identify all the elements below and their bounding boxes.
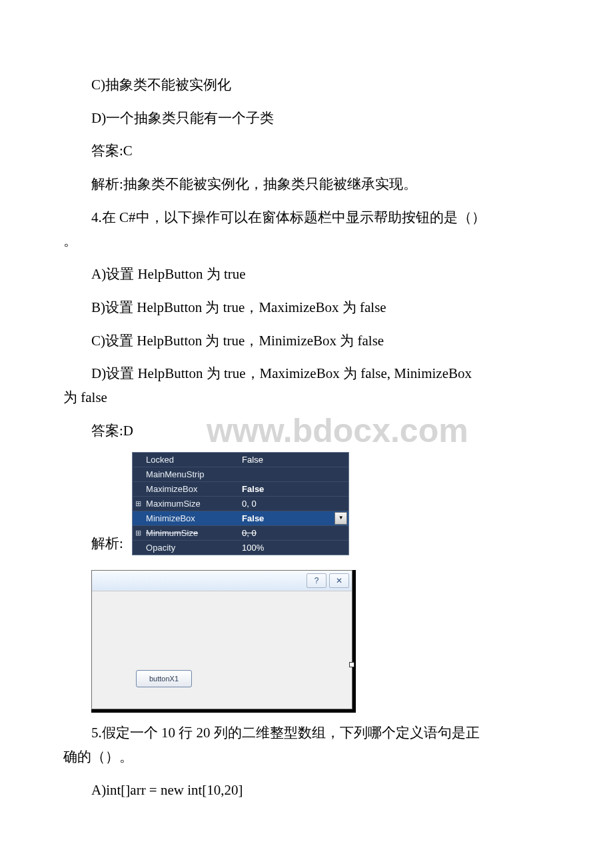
q5-option-a: A)int[]arr = new int[10,20] [63, 779, 550, 803]
option-d: D)一个抽象类只能有一个子类 [63, 107, 550, 131]
prop-row-opacity[interactable]: Opacity 100% [133, 541, 348, 555]
prop-value[interactable]: 100% [239, 541, 348, 555]
form-client-area[interactable]: buttonX1 [92, 591, 352, 709]
prop-value[interactable]: False [239, 482, 348, 497]
buttonx1[interactable]: buttonX1 [136, 670, 192, 687]
prop-name: Locked [143, 453, 239, 467]
close-button[interactable]: ✕ [329, 573, 349, 588]
watermark-text: www.bdocx.com [207, 403, 468, 459]
prop-name: MaximizeBox [143, 482, 239, 497]
answer-1: 答案:C [63, 139, 550, 163]
prop-value[interactable]: False [239, 511, 334, 526]
prop-value[interactable]: 0, 0 [239, 497, 348, 511]
prop-name: MinimumSize [143, 526, 239, 541]
form-preview[interactable]: ? ✕ buttonX1 [91, 570, 352, 709]
prop-row-minimumsize[interactable]: ⊞ MinimumSize 0, 0 [133, 526, 348, 541]
prop-row-maximizebox[interactable]: MaximizeBox False [133, 482, 348, 497]
prop-row-minimizebox[interactable]: MinimizeBox False ▼ [133, 511, 348, 526]
prop-value[interactable]: 0, 0 [239, 526, 348, 541]
prop-name: Opacity [143, 541, 239, 555]
explain-1: 解析:抽象类不能被实例化，抽象类只能被继承实现。 [63, 173, 550, 197]
explain-label: 解析: [91, 532, 123, 556]
question-5-line-1: 5.假定一个 10 行 20 列的二维整型数组，下列哪个定义语句是正 [63, 721, 550, 745]
option-c: C)抽象类不能被实例化 [63, 73, 550, 97]
prop-row-maximumsize[interactable]: ⊞ MaximumSize 0, 0 [133, 497, 348, 511]
help-button[interactable]: ? [306, 573, 326, 588]
question-4-line-2: 。 [63, 229, 550, 253]
expand-plus-icon[interactable]: ⊞ [133, 497, 143, 510]
resize-handle-icon[interactable] [349, 662, 354, 667]
property-grid[interactable]: Locked False MainMenuStrip MaximizeBox F… [132, 452, 349, 555]
dropdown-icon[interactable]: ▼ [334, 512, 347, 525]
prop-name: MainMenuStrip [143, 467, 239, 482]
prop-name: MaximumSize [143, 497, 239, 511]
q4-option-a: A)设置 HelpButton 为 true [63, 263, 550, 287]
prop-row-mainmenustrip[interactable]: MainMenuStrip [133, 467, 348, 482]
q4-option-b: B)设置 HelpButton 为 true，MaximizeBox 为 fal… [63, 296, 550, 320]
prop-value[interactable]: False [239, 453, 348, 467]
prop-row-locked[interactable]: Locked False [133, 453, 348, 467]
q4-option-c: C)设置 HelpButton 为 true，MinimizeBox 为 fal… [63, 329, 550, 353]
question-4-line-1: 4.在 C#中，以下操作可以在窗体标题栏中显示帮助按钮的是（） [63, 206, 550, 230]
q4-option-d-line-1: D)设置 HelpButton 为 true，MaximizeBox 为 fal… [63, 362, 550, 386]
prop-name: MinimizeBox [143, 511, 239, 526]
expand-plus-icon[interactable]: ⊞ [133, 527, 143, 539]
question-5-line-2: 确的（）。 [63, 745, 550, 769]
form-titlebar[interactable]: ? ✕ [92, 571, 352, 591]
